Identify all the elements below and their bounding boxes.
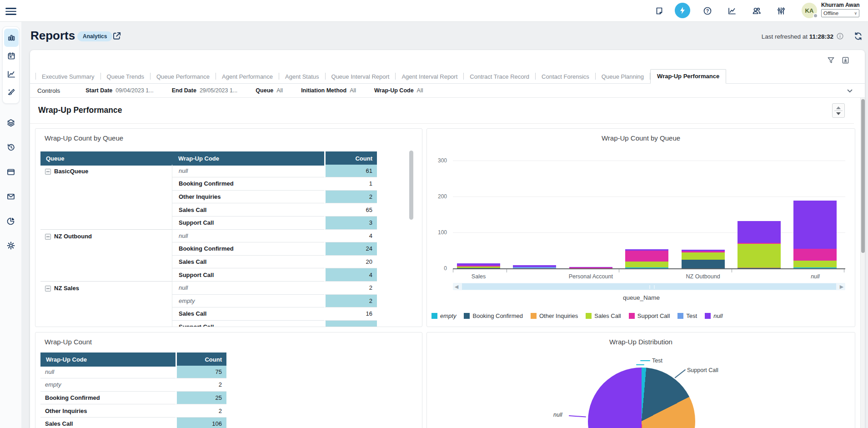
bar-segment-sales-call[interactable] [793,261,837,268]
count-cell [324,321,377,327]
control-end-date[interactable]: End Date29/05/2023 1... [172,87,238,94]
bar-segment-support-call[interactable] [738,243,781,244]
collapse-icon[interactable] [45,169,51,175]
external-link-icon[interactable] [112,31,122,41]
sidebar-item-bar-chart-icon[interactable] [4,29,19,47]
scrollbar-thumb[interactable] [861,99,865,253]
sidebar-icon-card [2,26,20,104]
bolt-icon[interactable] [675,3,690,18]
table-scrollbar[interactable] [409,151,413,220]
column-header-count[interactable]: Count [324,151,377,166]
bar-segment-support-call[interactable] [625,251,668,262]
contacts-icon[interactable] [751,5,763,17]
sidebar-item-calendar-icon[interactable] [4,47,19,65]
spinner-down-icon[interactable] [836,112,841,115]
tab-wrap-up-performance[interactable]: Wrap-Up Performance [650,69,726,84]
status-select[interactable]: Offline ∨ [821,9,859,17]
sidebar-item-line-chart-icon[interactable] [4,65,19,83]
legend-item-booking-confirmed[interactable]: Booking Confirmed [464,312,523,319]
settings-sliders-icon[interactable] [775,5,787,17]
tab-agent-performance[interactable]: Agent Performance [216,70,279,83]
legend-item-empty[interactable]: empty [431,312,456,319]
tab-contact-forensics[interactable]: Contact Forensics [536,70,595,83]
sidebar-item-layers-icon[interactable] [4,115,18,131]
control-initiation-method[interactable]: Initiation MethodAll [301,87,356,94]
spinner-up-icon[interactable] [836,106,841,109]
scrollbar-track[interactable] [462,283,836,290]
export-icon[interactable] [841,56,850,65]
sidebar-item-mail-icon[interactable] [4,189,18,204]
x-axis-tick [619,269,619,272]
bar-segment-null[interactable] [513,265,556,267]
dashboard-vertical-scrollbar[interactable] [860,98,865,428]
legend-item-null[interactable]: null [705,312,722,319]
tab-agent-status[interactable]: Agent Status [279,70,325,83]
control-queue[interactable]: QueueAll [256,87,283,94]
legend-item-test[interactable]: Test [677,312,697,319]
column-header-wrap-up-code[interactable]: Wrap-Up Code [40,352,176,367]
bar-segment-sales-call[interactable] [457,267,500,268]
collapse-icon[interactable] [45,286,51,292]
tab-executive-summary[interactable]: Executive Summary [36,70,100,83]
sidebar-item-pie-chart-icon[interactable] [4,213,18,229]
hamburger-menu-icon[interactable] [5,6,16,16]
legend-item-other-inquiries[interactable]: Other Inquiries [531,312,578,319]
control-start-date[interactable]: Start Date09/04/2023 1... [85,87,153,94]
sheet-scroll-spinner[interactable] [832,103,845,118]
refresh-icon[interactable] [853,31,863,41]
help-icon[interactable]: ? [702,5,713,17]
wrap-up-code-cell: Support Call [172,268,324,282]
sidebar-item-window-icon[interactable] [4,164,18,180]
legend-swatch [705,313,711,319]
analytics-chart-icon[interactable] [726,5,738,17]
column-header-count[interactable]: Count [176,352,226,367]
legend-item-sales-call[interactable]: Sales Call [586,312,621,319]
tab-queue-interval-report[interactable]: Queue Interval Report [326,70,396,83]
bar-segment-null[interactable] [793,201,837,249]
bar-segment-null[interactable] [625,249,668,251]
legend-label: Sales Call [594,312,621,319]
bar-segment-support-call[interactable] [457,266,500,267]
avatar[interactable]: KA [802,3,817,18]
bar-segment-booking-confirmed[interactable] [682,260,725,268]
bar-segment-other-inquiries[interactable] [738,267,781,268]
controls-collapse-chevron-icon[interactable] [845,86,855,96]
bar-segment-sales-call[interactable] [625,262,668,267]
wrap-up-code-cell: null [40,366,176,379]
bar-segment-null[interactable] [569,267,612,268]
tab-queue-trends[interactable]: Queue Trends [101,70,150,83]
bar-segment-support-call[interactable] [682,251,725,252]
bar-segment-null[interactable] [457,263,500,266]
tab-queue-planning[interactable]: Queue Planning [596,70,650,83]
notes-icon[interactable] [653,5,665,17]
control-wrap-up-code[interactable]: Wrap-Up CodeAll [374,87,423,94]
pie-chart[interactable] [588,368,695,428]
bar-segment-support-call[interactable] [793,249,837,260]
pie-callout-line [569,415,586,418]
collapse-icon[interactable] [45,234,51,240]
pie-callout-line [674,369,686,378]
scroll-right-arrow-icon[interactable]: ▶ [838,283,845,290]
column-header-wrap-up-code[interactable]: Wrap-Up Code [172,151,324,166]
chart-horizontal-scrollbar[interactable]: ◀ ▶ [453,283,845,290]
bar-segment-null[interactable] [738,221,781,243]
sidebar-item-design-icon[interactable] [4,83,19,101]
bar-segment-sales-call[interactable] [682,252,725,260]
sidebar-item-gear-icon[interactable] [4,238,18,253]
column-header-queue[interactable]: Queue [40,151,172,166]
scrollbar-grip[interactable] [649,285,655,289]
scroll-left-arrow-icon[interactable]: ◀ [453,283,460,290]
tab-contract-trace-record[interactable]: Contract Trace Record [464,70,535,83]
info-icon[interactable] [836,32,844,40]
legend-label: Support Call [637,312,670,319]
sidebar-item-history-icon[interactable] [4,140,18,155]
bar-segment-sales-call[interactable] [738,244,781,267]
count-cell: 4 [324,230,377,243]
tab-queue-performance[interactable]: Queue Performance [151,70,216,83]
wrap-up-code-cell: Sales Call [172,256,324,269]
filter-icon[interactable] [827,56,836,65]
legend-item-support-call[interactable]: Support Call [629,312,670,319]
bar-segment-null[interactable] [682,250,725,251]
tab-agent-interval-report[interactable]: Agent Interval Report [396,70,463,83]
count-cell: 2 [324,191,377,204]
